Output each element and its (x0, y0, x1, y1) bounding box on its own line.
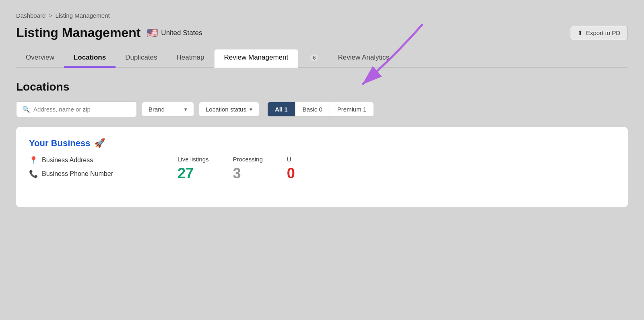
tab-review-management-badge-wrapper: 6 (298, 50, 328, 68)
tab-review-analytics-label: Review Analytics (338, 54, 389, 61)
tab-review-management[interactable]: Review Management (214, 49, 299, 68)
page-header: Listing Management 🇺🇸 United States ⬆ Ex… (16, 25, 628, 40)
export-label: Export to PD (586, 29, 620, 36)
tab-overview[interactable]: Overview (16, 50, 64, 68)
business-card: Your Business 🚀 📍 Business Address 📞 Bus… (16, 127, 628, 207)
tab-duplicates[interactable]: Duplicates (116, 50, 167, 68)
filter-tab-premium-count: 1 (363, 106, 366, 113)
breadcrumb-home[interactable]: Dashboard (16, 12, 45, 19)
business-address-item: 📍 Business Address (29, 156, 113, 165)
filters-row: 🔍 Brand ▾ Location status ▾ All 1 Basic … (16, 101, 628, 117)
filter-tab-premium[interactable]: Premium 1 (330, 102, 374, 116)
filter-tab-basic-count: 0 (319, 106, 322, 113)
stat-live-listings: Live listings 27 (178, 156, 209, 182)
breadcrumb-separator: > (49, 12, 52, 19)
stat-updates: U 0 (287, 156, 295, 182)
filter-tab-basic-label: Basic (303, 106, 318, 113)
tab-locations[interactable]: Locations (64, 50, 116, 68)
location-pin-icon: 📍 (29, 156, 38, 165)
export-icon: ⬆ (578, 29, 583, 37)
tab-review-analytics[interactable]: Review Analytics (328, 50, 399, 68)
business-emoji: 🚀 (94, 138, 105, 149)
filter-tabs: All 1 Basic 0 Premium 1 (267, 102, 374, 117)
tab-heatmap[interactable]: Heatmap (167, 50, 214, 68)
business-name: Your Business 🚀 (29, 138, 615, 149)
tabs-row: Overview Locations Duplicates Heatmap Re… (16, 49, 628, 68)
filter-tab-all-count: 1 (284, 106, 287, 113)
stats-section: Live listings 27 Processing 3 U 0 (178, 156, 295, 182)
location-status-label: Location status (206, 106, 246, 113)
brand-dropdown-label: Brand (149, 106, 165, 113)
search-input-wrapper[interactable]: 🔍 (16, 101, 137, 117)
brand-dropdown-arrow: ▾ (184, 106, 187, 112)
business-address-label: Business Address (42, 157, 93, 164)
business-details: 📍 Business Address 📞 Business Phone Numb… (29, 156, 113, 178)
stat-live-label: Live listings (178, 156, 209, 163)
business-name-text: Your Business (29, 138, 90, 149)
location-status-dropdown-arrow: ▾ (250, 106, 252, 112)
business-info-row: 📍 Business Address 📞 Business Phone Numb… (29, 156, 615, 182)
review-management-badge: 6 (310, 54, 318, 61)
stat-processing-label: Processing (233, 156, 263, 163)
breadcrumb-current: Listing Management (56, 12, 110, 19)
tab-duplicates-label: Duplicates (125, 54, 157, 61)
filter-tab-all-label: All (275, 106, 283, 113)
tab-locations-label: Locations (74, 54, 106, 61)
stat-live-value: 27 (178, 165, 209, 182)
location-status-dropdown[interactable]: Location status ▾ (199, 102, 259, 117)
business-phone-label: Business Phone Number (42, 170, 113, 178)
section-title: Locations (16, 81, 628, 93)
header-left: Listing Management 🇺🇸 United States (16, 25, 202, 40)
filter-tab-premium-label: Premium (337, 106, 361, 113)
business-phone-item: 📞 Business Phone Number (29, 169, 113, 178)
stat-updates-label: U (287, 156, 295, 163)
filter-tab-all[interactable]: All 1 (268, 102, 295, 116)
filter-tab-basic[interactable]: Basic 0 (295, 102, 330, 116)
page-title: Listing Management (16, 25, 140, 40)
flag-icon: 🇺🇸 (147, 28, 158, 38)
stat-processing: Processing 3 (233, 156, 263, 182)
tab-overview-label: Overview (26, 54, 54, 61)
export-button[interactable]: ⬆ Export to PD (570, 26, 628, 40)
brand-dropdown[interactable]: Brand ▾ (142, 102, 194, 117)
country-badge: 🇺🇸 United States (147, 28, 202, 38)
stat-updates-value: 0 (287, 165, 295, 182)
stat-processing-value: 3 (233, 165, 263, 182)
phone-icon: 📞 (29, 169, 38, 178)
search-input[interactable] (33, 106, 130, 113)
tab-review-management-label: Review Management (224, 54, 289, 61)
tab-heatmap-label: Heatmap (177, 54, 204, 61)
country-name: United States (161, 29, 202, 37)
breadcrumb: Dashboard > Listing Management (16, 12, 628, 19)
search-icon: 🔍 (22, 105, 30, 113)
